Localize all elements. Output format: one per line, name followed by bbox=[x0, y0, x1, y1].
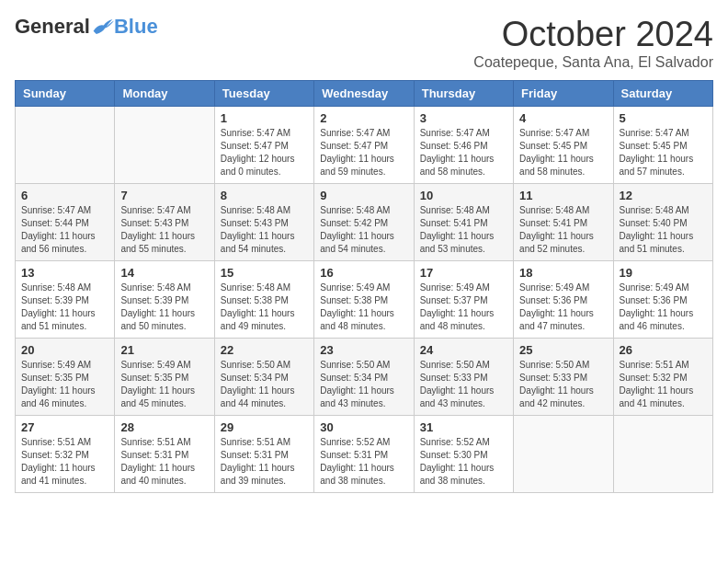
calendar-cell: 6Sunrise: 5:47 AMSunset: 5:44 PMDaylight… bbox=[16, 184, 115, 261]
day-number: 10 bbox=[420, 189, 507, 202]
cell-info: Sunrise: 5:49 AMSunset: 5:36 PMDaylight:… bbox=[620, 282, 707, 333]
cell-info: Sunrise: 5:47 AMSunset: 5:47 PMDaylight:… bbox=[221, 127, 308, 178]
day-number: 11 bbox=[519, 189, 607, 202]
cell-info: Sunrise: 5:47 AMSunset: 5:45 PMDaylight:… bbox=[519, 127, 607, 178]
day-number: 27 bbox=[21, 420, 108, 434]
calendar-cell: 14Sunrise: 5:48 AMSunset: 5:39 PMDayligh… bbox=[115, 261, 214, 339]
calendar-cell: 7Sunrise: 5:47 AMSunset: 5:43 PMDaylight… bbox=[115, 184, 214, 261]
calendar-header-row: SundayMondayTuesdayWednesdayThursdayFrid… bbox=[16, 81, 713, 107]
day-number: 16 bbox=[320, 266, 407, 280]
calendar-cell bbox=[16, 107, 115, 184]
calendar-cell: 12Sunrise: 5:48 AMSunset: 5:40 PMDayligh… bbox=[613, 184, 712, 261]
cell-info: Sunrise: 5:50 AMSunset: 5:33 PMDaylight:… bbox=[519, 359, 607, 410]
calendar-cell: 30Sunrise: 5:52 AMSunset: 5:31 PMDayligh… bbox=[314, 416, 414, 493]
calendar-cell: 11Sunrise: 5:48 AMSunset: 5:41 PMDayligh… bbox=[514, 184, 613, 261]
cell-info: Sunrise: 5:50 AMSunset: 5:33 PMDaylight:… bbox=[420, 359, 507, 410]
day-number: 22 bbox=[221, 343, 308, 357]
calendar-cell: 25Sunrise: 5:50 AMSunset: 5:33 PMDayligh… bbox=[514, 339, 613, 416]
day-number: 31 bbox=[420, 420, 507, 434]
cell-info: Sunrise: 5:50 AMSunset: 5:34 PMDaylight:… bbox=[221, 359, 308, 410]
day-of-week-header: Friday bbox=[514, 81, 613, 107]
calendar-cell: 26Sunrise: 5:51 AMSunset: 5:32 PMDayligh… bbox=[613, 339, 712, 416]
day-of-week-header: Sunday bbox=[16, 81, 115, 107]
cell-info: Sunrise: 5:47 AMSunset: 5:46 PMDaylight:… bbox=[420, 127, 507, 178]
calendar-week-row: 20Sunrise: 5:49 AMSunset: 5:35 PMDayligh… bbox=[16, 339, 713, 416]
calendar-week-row: 27Sunrise: 5:51 AMSunset: 5:32 PMDayligh… bbox=[16, 416, 713, 493]
day-number: 30 bbox=[320, 420, 407, 434]
day-of-week-header: Saturday bbox=[613, 81, 712, 107]
logo-bird-icon bbox=[92, 17, 114, 36]
day-number: 7 bbox=[120, 189, 208, 202]
location: Coatepeque, Santa Ana, El Salvador bbox=[473, 54, 713, 71]
calendar-cell bbox=[115, 107, 214, 184]
calendar-cell: 1Sunrise: 5:47 AMSunset: 5:47 PMDaylight… bbox=[214, 107, 313, 184]
cell-info: Sunrise: 5:49 AMSunset: 5:38 PMDaylight:… bbox=[320, 282, 407, 333]
calendar-cell: 27Sunrise: 5:51 AMSunset: 5:32 PMDayligh… bbox=[16, 416, 115, 493]
cell-info: Sunrise: 5:48 AMSunset: 5:41 PMDaylight:… bbox=[420, 204, 507, 256]
cell-info: Sunrise: 5:47 AMSunset: 5:43 PMDaylight:… bbox=[120, 204, 208, 256]
page-header: General Blue October 2024 Coatepeque, Sa… bbox=[15, 15, 713, 71]
day-number: 21 bbox=[120, 343, 208, 357]
cell-info: Sunrise: 5:49 AMSunset: 5:36 PMDaylight:… bbox=[519, 282, 607, 333]
calendar-week-row: 13Sunrise: 5:48 AMSunset: 5:39 PMDayligh… bbox=[16, 261, 713, 339]
calendar-cell: 16Sunrise: 5:49 AMSunset: 5:38 PMDayligh… bbox=[314, 261, 414, 339]
calendar-cell: 21Sunrise: 5:49 AMSunset: 5:35 PMDayligh… bbox=[115, 339, 214, 416]
day-number: 17 bbox=[420, 266, 507, 280]
day-number: 6 bbox=[21, 189, 108, 202]
calendar-cell: 22Sunrise: 5:50 AMSunset: 5:34 PMDayligh… bbox=[214, 339, 313, 416]
calendar-cell: 19Sunrise: 5:49 AMSunset: 5:36 PMDayligh… bbox=[613, 261, 712, 339]
day-of-week-header: Tuesday bbox=[214, 81, 313, 107]
cell-info: Sunrise: 5:48 AMSunset: 5:39 PMDaylight:… bbox=[21, 282, 108, 333]
cell-info: Sunrise: 5:50 AMSunset: 5:34 PMDaylight:… bbox=[320, 359, 407, 410]
cell-info: Sunrise: 5:49 AMSunset: 5:35 PMDaylight:… bbox=[120, 359, 208, 410]
day-number: 23 bbox=[320, 343, 407, 357]
calendar-cell: 13Sunrise: 5:48 AMSunset: 5:39 PMDayligh… bbox=[16, 261, 115, 339]
cell-info: Sunrise: 5:51 AMSunset: 5:32 PMDaylight:… bbox=[620, 359, 707, 410]
calendar-cell: 29Sunrise: 5:51 AMSunset: 5:31 PMDayligh… bbox=[214, 416, 313, 493]
day-of-week-header: Monday bbox=[115, 81, 214, 107]
cell-info: Sunrise: 5:51 AMSunset: 5:31 PMDaylight:… bbox=[221, 436, 308, 488]
cell-info: Sunrise: 5:48 AMSunset: 5:43 PMDaylight:… bbox=[221, 204, 308, 256]
calendar-cell: 28Sunrise: 5:51 AMSunset: 5:31 PMDayligh… bbox=[115, 416, 214, 493]
calendar-cell: 15Sunrise: 5:48 AMSunset: 5:38 PMDayligh… bbox=[214, 261, 313, 339]
month-title: October 2024 bbox=[473, 15, 713, 54]
cell-info: Sunrise: 5:51 AMSunset: 5:31 PMDaylight:… bbox=[120, 436, 208, 488]
calendar-cell: 4Sunrise: 5:47 AMSunset: 5:45 PMDaylight… bbox=[514, 107, 613, 184]
calendar-cell: 17Sunrise: 5:49 AMSunset: 5:37 PMDayligh… bbox=[414, 261, 513, 339]
cell-info: Sunrise: 5:47 AMSunset: 5:47 PMDaylight:… bbox=[320, 127, 407, 178]
day-number: 8 bbox=[221, 189, 308, 202]
calendar-cell: 9Sunrise: 5:48 AMSunset: 5:42 PMDaylight… bbox=[314, 184, 414, 261]
day-number: 3 bbox=[420, 111, 507, 125]
title-block: October 2024 Coatepeque, Santa Ana, El S… bbox=[473, 15, 713, 71]
day-number: 20 bbox=[21, 343, 108, 357]
calendar-cell bbox=[514, 416, 613, 493]
cell-info: Sunrise: 5:48 AMSunset: 5:38 PMDaylight:… bbox=[221, 282, 308, 333]
calendar-cell bbox=[613, 416, 712, 493]
day-number: 13 bbox=[21, 266, 108, 280]
cell-info: Sunrise: 5:52 AMSunset: 5:30 PMDaylight:… bbox=[420, 436, 507, 488]
day-number: 28 bbox=[120, 420, 208, 434]
calendar-cell: 2Sunrise: 5:47 AMSunset: 5:47 PMDaylight… bbox=[314, 107, 414, 184]
cell-info: Sunrise: 5:48 AMSunset: 5:39 PMDaylight:… bbox=[120, 282, 208, 333]
day-number: 2 bbox=[320, 111, 407, 125]
calendar-cell: 31Sunrise: 5:52 AMSunset: 5:30 PMDayligh… bbox=[414, 416, 513, 493]
day-number: 29 bbox=[221, 420, 308, 434]
day-number: 25 bbox=[519, 343, 607, 357]
logo-general: General bbox=[15, 15, 90, 39]
cell-info: Sunrise: 5:48 AMSunset: 5:41 PMDaylight:… bbox=[519, 204, 607, 256]
calendar-cell: 3Sunrise: 5:47 AMSunset: 5:46 PMDaylight… bbox=[414, 107, 513, 184]
cell-info: Sunrise: 5:47 AMSunset: 5:44 PMDaylight:… bbox=[21, 204, 108, 256]
cell-info: Sunrise: 5:49 AMSunset: 5:37 PMDaylight:… bbox=[420, 282, 507, 333]
calendar-cell: 5Sunrise: 5:47 AMSunset: 5:45 PMDaylight… bbox=[613, 107, 712, 184]
day-number: 26 bbox=[620, 343, 707, 357]
cell-info: Sunrise: 5:47 AMSunset: 5:45 PMDaylight:… bbox=[620, 127, 707, 178]
day-number: 15 bbox=[221, 266, 308, 280]
day-number: 19 bbox=[620, 266, 707, 280]
day-number: 9 bbox=[320, 189, 407, 202]
calendar-cell: 24Sunrise: 5:50 AMSunset: 5:33 PMDayligh… bbox=[414, 339, 513, 416]
day-number: 4 bbox=[519, 111, 607, 125]
calendar-cell: 23Sunrise: 5:50 AMSunset: 5:34 PMDayligh… bbox=[314, 339, 414, 416]
calendar-table: SundayMondayTuesdayWednesdayThursdayFrid… bbox=[15, 80, 713, 493]
day-number: 24 bbox=[420, 343, 507, 357]
day-number: 18 bbox=[519, 266, 607, 280]
